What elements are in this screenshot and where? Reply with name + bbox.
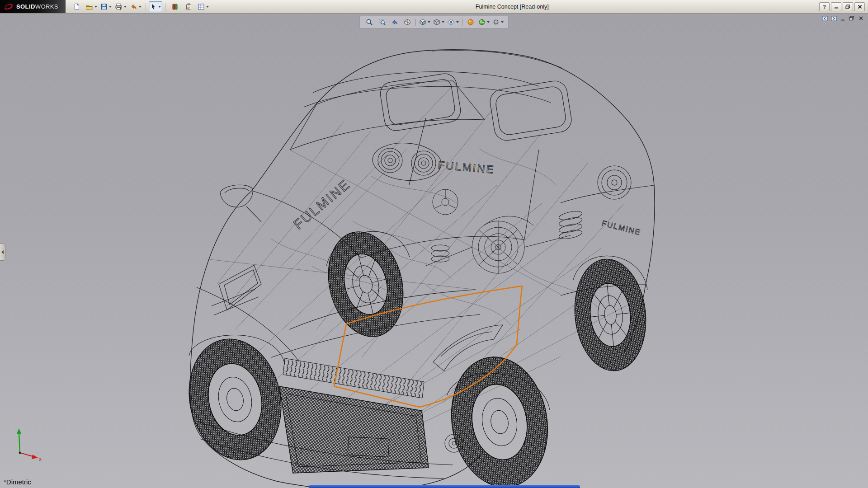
titlebar: SOLIDWORKS xyxy=(0,0,868,14)
apply-scene-caret xyxy=(487,21,490,23)
brand-text: SOLIDWORKS xyxy=(16,3,58,10)
new-document-button[interactable] xyxy=(70,1,84,12)
toolbar-separator xyxy=(146,3,146,11)
previous-document-button[interactable] xyxy=(821,15,828,22)
window-prev-icon xyxy=(822,16,828,21)
previous-view-icon xyxy=(391,19,398,26)
restore-icon xyxy=(845,5,850,9)
ds-logo-icon xyxy=(4,3,14,10)
headsup-separator xyxy=(462,19,462,26)
3d-model-wireframe-car[interactable]: FULMINE FULMINE FULMINE xyxy=(0,13,868,488)
toolbar-separator xyxy=(165,3,165,11)
front-right-wheel xyxy=(441,349,557,488)
scene-sphere-icon xyxy=(478,19,486,26)
magnifier-area-icon xyxy=(378,19,386,26)
rear-lights xyxy=(371,141,631,199)
new-document-icon xyxy=(73,3,80,10)
save-button[interactable] xyxy=(99,1,113,12)
select-cursor-icon xyxy=(150,3,157,10)
view-settings-caret xyxy=(501,21,504,23)
selection-filter-button[interactable] xyxy=(168,1,182,12)
select-dropdown-caret xyxy=(158,6,161,8)
zoom-to-area-button[interactable] xyxy=(376,17,388,27)
restore-document-button[interactable] xyxy=(848,15,855,22)
view-settings-icon xyxy=(492,19,500,26)
front-grille xyxy=(279,358,429,473)
headsup-view-toolbar xyxy=(359,16,509,28)
magnifier-icon xyxy=(366,19,373,26)
hide-show-caret xyxy=(456,21,459,23)
properties-dropdown-caret xyxy=(206,6,209,8)
appearance-sphere-icon xyxy=(467,19,474,26)
undo-arrow-icon xyxy=(130,3,137,10)
filter-toggle-icon xyxy=(172,3,178,10)
edit-appearance-button[interactable] xyxy=(465,17,476,27)
minimize-button[interactable] xyxy=(831,2,841,11)
zoom-to-fit-button[interactable] xyxy=(363,17,375,27)
properties-sheet-icon xyxy=(198,3,205,10)
minimize-document-button[interactable] xyxy=(839,15,846,22)
display-style-button[interactable] xyxy=(432,17,445,27)
feature-panel-collapse-handle[interactable] xyxy=(0,244,5,261)
properties-button[interactable] xyxy=(196,1,210,12)
close-document-button[interactable] xyxy=(857,15,864,22)
view-settings-button[interactable] xyxy=(491,17,505,27)
restore-button[interactable] xyxy=(843,2,853,11)
solidworks-window: SOLIDWORKS xyxy=(0,0,868,488)
section-view-button[interactable] xyxy=(401,17,413,27)
printer-icon xyxy=(115,3,123,10)
undo-dropdown-caret xyxy=(139,6,142,8)
drivetrain xyxy=(425,189,583,273)
view-cube-icon xyxy=(419,19,426,26)
rear-left-wheel xyxy=(318,224,414,345)
open-button[interactable] xyxy=(84,1,99,12)
view-orientation-button[interactable] xyxy=(418,17,431,27)
close-button[interactable] xyxy=(854,2,865,11)
display-style-caret xyxy=(442,21,444,23)
brand-light: WORKS xyxy=(35,3,58,10)
restore-icon xyxy=(849,16,854,21)
close-icon xyxy=(858,5,862,9)
print-dropdown-caret xyxy=(124,6,127,8)
standard-toolbar xyxy=(70,1,210,12)
save-floppy-icon xyxy=(100,3,108,10)
section-view-icon xyxy=(404,19,411,26)
help-glyph: ? xyxy=(823,4,826,9)
reference-triad: x xyxy=(8,424,43,462)
clipboard-icon xyxy=(185,3,192,10)
view-orientation-caret xyxy=(428,21,430,23)
view-orientation-label: *Dimetric xyxy=(4,478,31,486)
undo-button[interactable] xyxy=(128,1,143,12)
collapse-arrow-icon xyxy=(1,250,4,254)
open-folder-icon xyxy=(85,3,93,10)
apply-scene-button[interactable] xyxy=(477,17,491,27)
rear-right-wheel xyxy=(569,256,651,375)
triad-x-label: x xyxy=(39,456,42,462)
solidworks-logo: SOLIDWORKS xyxy=(0,0,66,13)
window-controls: ? xyxy=(819,2,868,11)
side-mirror xyxy=(220,185,261,222)
hide-show-icon xyxy=(447,19,455,26)
front-left-wheel xyxy=(178,330,292,469)
print-button[interactable] xyxy=(113,1,128,12)
minimize-icon xyxy=(834,5,839,9)
display-style-icon xyxy=(433,19,440,26)
close-icon xyxy=(859,16,863,21)
graphics-area[interactable]: FULMINE FULMINE FULMINE xyxy=(0,13,868,488)
open-dropdown-caret xyxy=(94,6,97,8)
window-next-icon xyxy=(831,16,837,21)
clipboard-button[interactable] xyxy=(182,1,196,12)
next-document-button[interactable] xyxy=(830,15,837,22)
taskbar-strip[interactable] xyxy=(309,485,580,488)
previous-view-button[interactable] xyxy=(389,17,401,27)
hide-show-items-button[interactable] xyxy=(446,17,460,27)
document-window-controls xyxy=(821,15,864,22)
left-headlight xyxy=(212,265,261,315)
window-title: Fulmine Concept [Read-only] xyxy=(476,4,549,10)
brand-bold: SOLID xyxy=(16,3,35,10)
headsup-separator xyxy=(415,19,416,26)
car-branding-side: FULMINE xyxy=(601,219,642,237)
help-button[interactable]: ? xyxy=(819,2,830,11)
select-button[interactable] xyxy=(149,1,162,12)
minimize-icon xyxy=(840,16,845,21)
